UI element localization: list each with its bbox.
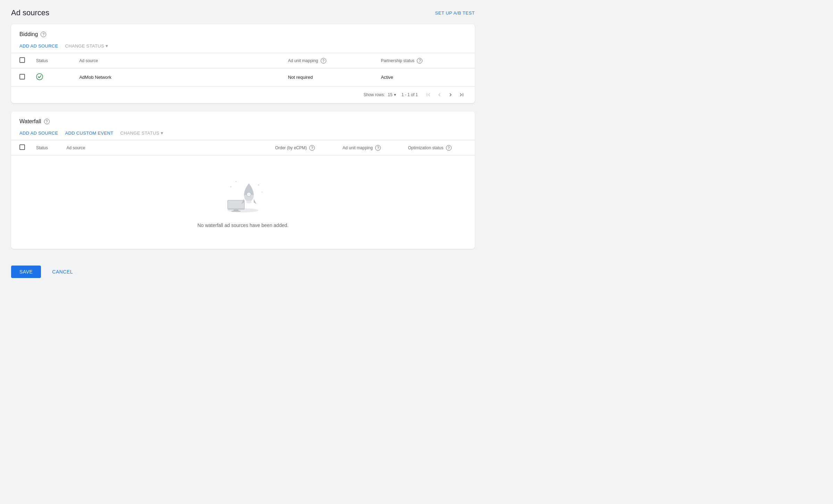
- bidding-row-partnership-status: Active: [375, 68, 475, 86]
- waterfall-header-checkbox-cell: [11, 140, 31, 156]
- bidding-row-status: [31, 68, 74, 86]
- bidding-row-checkbox[interactable]: [19, 74, 25, 79]
- bidding-pagination-nav: [423, 90, 466, 100]
- svg-point-13: [262, 192, 263, 193]
- bidding-table-row: AdMob Network Not required Active: [11, 68, 475, 86]
- waterfall-card-header: Waterfall ?: [11, 111, 475, 125]
- waterfall-table-header: Status Ad source Order (by eCPM) ? Ad un…: [11, 140, 475, 156]
- bidding-pagination-count: 1 - 1 of 1: [402, 92, 418, 97]
- waterfall-col-ad-unit-mapping: Ad unit mapping ?: [337, 140, 402, 156]
- ad-unit-mapping-help-icon[interactable]: ?: [321, 58, 326, 64]
- bidding-title-text: Bidding: [19, 31, 38, 37]
- bidding-col-partnership-status: Partnership status ?: [375, 53, 475, 68]
- waterfall-add-custom-event-button[interactable]: ADD CUSTOM EVENT: [65, 131, 113, 136]
- waterfall-col-order: Order (by eCPM) ?: [270, 140, 337, 156]
- svg-rect-5: [232, 211, 241, 212]
- waterfall-empty-state: No waterfall ad sources have been added.: [11, 156, 475, 249]
- save-button[interactable]: SAVE: [11, 266, 41, 278]
- bidding-rows-select[interactable]: 15 ▾: [388, 92, 396, 97]
- optimization-status-help-icon[interactable]: ?: [446, 145, 452, 151]
- waterfall-action-bar: ADD AD SOURCE ADD CUSTOM EVENT CHANGE ST…: [11, 130, 475, 140]
- bidding-add-ad-source-button[interactable]: ADD AD SOURCE: [19, 43, 58, 49]
- svg-rect-3: [228, 201, 244, 208]
- bidding-table-header-row: Status Ad source Ad unit mapping ? Partn…: [11, 53, 475, 68]
- bidding-row-checkbox-cell: [11, 68, 31, 86]
- setup-ab-test-button[interactable]: SET UP A/B TEST: [435, 10, 475, 16]
- waterfall-col-status: Status: [31, 140, 61, 156]
- waterfall-section-title: Waterfall ?: [19, 118, 466, 125]
- waterfall-mapping-help-icon[interactable]: ?: [375, 145, 381, 151]
- bidding-col-ad-source: Ad source: [74, 53, 282, 68]
- show-rows-label: Show rows:: [363, 92, 385, 97]
- bidding-col-ad-unit-mapping: Ad unit mapping ?: [283, 53, 376, 68]
- bidding-header-checkbox[interactable]: [19, 57, 25, 63]
- svg-point-12: [258, 184, 259, 186]
- waterfall-title-text: Waterfall: [19, 118, 41, 125]
- bidding-next-page-button[interactable]: [446, 90, 455, 100]
- order-help-icon[interactable]: ?: [309, 145, 315, 151]
- waterfall-table: Status Ad source Order (by eCPM) ? Ad un…: [11, 140, 475, 249]
- bidding-last-page-button[interactable]: [457, 90, 466, 100]
- bidding-active-status-icon: [36, 73, 43, 80]
- bidding-section-title: Bidding ?: [19, 31, 466, 37]
- bidding-prev-page-button[interactable]: [435, 90, 444, 100]
- bidding-table-body: AdMob Network Not required Active: [11, 68, 475, 86]
- rocket-svg: [220, 176, 266, 215]
- bidding-change-status-button[interactable]: CHANGE STATUS ▾: [65, 43, 108, 49]
- bidding-change-status-chevron-icon: ▾: [106, 43, 108, 49]
- bidding-card: Bidding ? ADD AD SOURCE CHANGE STATUS ▾: [11, 24, 475, 103]
- waterfall-table-header-row: Status Ad source Order (by eCPM) ? Ad un…: [11, 140, 475, 156]
- waterfall-col-ad-source: Ad source: [61, 140, 270, 156]
- svg-point-11: [236, 181, 237, 182]
- page-header: Ad sources SET UP A/B TEST: [11, 8, 475, 17]
- bidding-change-status-label: CHANGE STATUS: [65, 43, 104, 49]
- waterfall-change-status-chevron-icon: ▾: [161, 130, 163, 136]
- bidding-col-status: Status: [31, 53, 74, 68]
- page-title: Ad sources: [11, 8, 49, 17]
- waterfall-empty-cell: No waterfall ad sources have been added.: [11, 156, 475, 249]
- bidding-rows-value: 15: [388, 92, 392, 97]
- bidding-row-ad-source: AdMob Network: [74, 68, 282, 86]
- bidding-pagination: Show rows: 15 ▾ 1 - 1 of 1: [11, 86, 475, 103]
- bidding-rows-chevron-icon: ▾: [394, 92, 396, 97]
- waterfall-help-icon[interactable]: ?: [44, 119, 50, 124]
- svg-point-10: [230, 186, 232, 187]
- empty-state-illustration: [220, 176, 266, 216]
- bidding-help-icon[interactable]: ?: [41, 32, 46, 37]
- waterfall-change-status-label: CHANGE STATUS: [120, 131, 159, 136]
- bidding-action-bar: ADD AD SOURCE CHANGE STATUS ▾: [11, 43, 475, 53]
- bidding-first-page-button[interactable]: [423, 90, 433, 100]
- waterfall-add-ad-source-button[interactable]: ADD AD SOURCE: [19, 131, 58, 136]
- bidding-table: Status Ad source Ad unit mapping ? Partn…: [11, 53, 475, 86]
- bidding-row-ad-unit-mapping: Not required: [283, 68, 376, 86]
- bidding-header-checkbox-cell: [11, 53, 31, 68]
- waterfall-empty-row: No waterfall ad sources have been added.: [11, 156, 475, 249]
- footer-actions: SAVE CANCEL: [11, 257, 475, 286]
- waterfall-table-body: No waterfall ad sources have been added.: [11, 156, 475, 249]
- waterfall-card: Waterfall ? ADD AD SOURCE ADD CUSTOM EVE…: [11, 111, 475, 249]
- cancel-button[interactable]: CANCEL: [47, 266, 78, 278]
- waterfall-col-optimization-status: Optimization status ?: [402, 140, 475, 156]
- bidding-card-header: Bidding ?: [11, 24, 475, 37]
- svg-point-8: [247, 193, 250, 196]
- partnership-status-help-icon[interactable]: ?: [417, 58, 422, 64]
- bidding-table-header: Status Ad source Ad unit mapping ? Partn…: [11, 53, 475, 68]
- svg-point-0: [36, 74, 43, 80]
- waterfall-change-status-button[interactable]: CHANGE STATUS ▾: [120, 130, 163, 136]
- waterfall-header-checkbox[interactable]: [19, 144, 25, 150]
- bidding-show-rows: Show rows: 15 ▾: [363, 92, 396, 97]
- empty-state-text: No waterfall ad sources have been added.: [197, 222, 288, 228]
- svg-point-9: [246, 201, 252, 203]
